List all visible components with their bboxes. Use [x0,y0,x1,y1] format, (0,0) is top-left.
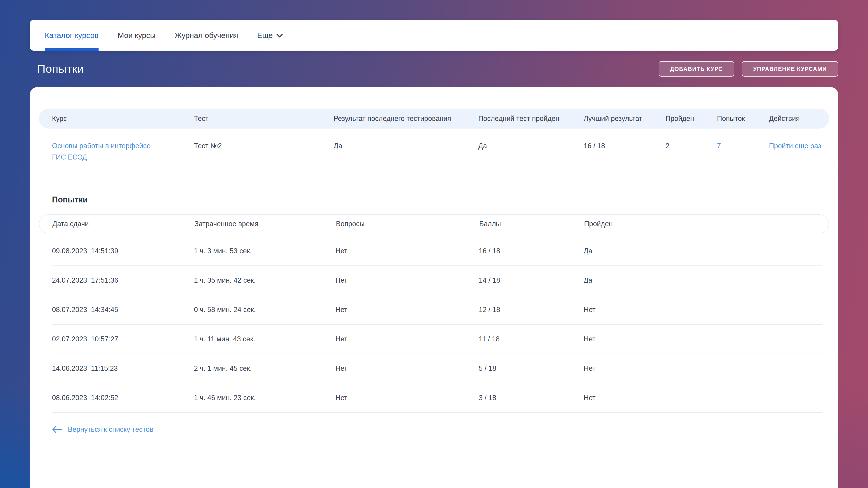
cell-best-result: 16 / 18 [584,140,665,152]
header-actions: ДОБАВИТЬ КУРС УПРАВЛЕНИЕ КУРСАМИ [659,61,838,76]
retake-test-link[interactable]: Пройти еще раз [769,142,821,150]
manage-courses-button[interactable]: УПРАВЛЕНИЕ КУРСАМИ [742,61,838,76]
cell-score: 3 / 18 [479,394,584,402]
cell-time: 2 ч. 1 мин. 45 сек. [194,364,336,372]
column-passed: Пройден [584,220,829,228]
cell-date: 14.06.2023 11:15:23 [52,364,194,372]
cell-passed-count: 2 [665,140,717,152]
column-actions: Действия [769,115,829,123]
cell-test: Тест №2 [194,140,334,152]
course-link[interactable]: Основы работы в интерфейсе ГИС ЕСЭД [52,140,160,163]
cell-date: 24.07.2023 17:51:36 [52,276,194,285]
column-test: Тест [194,115,334,123]
cell-time: 1 ч. 35 мин. 42 сек. [194,276,336,285]
table-row: 02.07.2023 10:57:27 1 ч. 11 мин. 43 сек.… [39,325,829,354]
chevron-down-icon [276,34,283,38]
tab-label: Мои курсы [118,31,156,40]
cell-questions: Нет [336,364,479,372]
cell-score: 12 / 18 [479,306,584,314]
column-score: Баллы [479,220,584,228]
attempts-count-link[interactable]: 7 [717,142,721,150]
arrow-left-icon [52,426,62,433]
cell-score: 5 / 18 [479,364,584,372]
column-best-result: Лучший результат [584,115,665,123]
tab-label: Еще [257,31,273,40]
cell-last-result: Да [334,140,478,152]
tab-my-courses[interactable]: Мои курсы [118,20,156,51]
column-course: Курс [52,115,194,123]
cell-passed: Нет [584,364,829,372]
cell-score: 14 / 18 [479,276,584,285]
row-divider [52,412,822,413]
cell-questions: Нет [336,276,479,285]
back-link-label: Вернуться к списку тестов [68,425,153,433]
column-date: Дата сдачи [53,220,194,228]
cell-time: 0 ч. 58 мин. 24 сек. [194,306,336,314]
table-row: 08.07.2023 14:34:45 0 ч. 58 мин. 24 сек.… [39,295,829,324]
tab-label: Каталог курсов [45,31,98,40]
cell-date: 02.07.2023 10:57:27 [52,335,194,343]
table-row: 08.06.2023 14:02:52 1 ч. 46 мин. 23 сек.… [39,383,829,412]
attempts-table-header: Дата сдачи Затраченное время Вопросы Бал… [39,215,829,233]
cell-passed: Нет [584,306,829,314]
content-card: Курс Тест Результат последнего тестирова… [30,87,838,488]
cell-time: 1 ч. 46 мин. 23 сек. [194,394,336,402]
cell-passed: Нет [584,394,829,402]
cell-score: 11 / 18 [479,335,584,343]
page-header: Попытки ДОБАВИТЬ КУРС УПРАВЛЕНИЕ КУРСАМИ [30,51,838,87]
cell-time: 1 ч. 11 мин. 43 сек. [194,335,336,343]
table-row: 24.07.2023 17:51:36 1 ч. 35 мин. 42 сек.… [39,266,829,295]
cell-passed: Да [584,276,829,285]
page-title: Попытки [37,62,84,75]
cell-questions: Нет [336,306,479,314]
summary-table-header: Курс Тест Результат последнего тестирова… [39,109,829,129]
cell-score: 16 / 18 [479,247,584,255]
column-attempts: Попыток [717,115,769,123]
cell-questions: Нет [336,247,479,255]
tab-more-dropdown[interactable]: Еще [257,20,283,51]
column-questions: Вопросы [336,220,479,228]
table-row: 14.06.2023 11:15:23 2 ч. 1 мин. 45 сек. … [39,354,829,383]
cell-last-passed: Да [478,140,584,152]
column-last-passed: Последний тест пройден [478,115,584,123]
column-time-spent: Затраченное время [194,220,336,228]
tab-training-journal[interactable]: Журнал обучения [175,20,238,51]
column-passed: Пройден [665,115,717,123]
cell-time: 1 ч. 3 мин. 53 сек. [194,247,336,255]
cell-date: 08.07.2023 14:34:45 [52,306,194,314]
back-to-tests-link[interactable]: Вернуться к списку тестов [52,425,153,433]
tab-label: Журнал обучения [175,31,238,40]
top-nav: Каталог курсов Мои курсы Журнал обучения… [30,20,838,51]
attempts-section-title: Попытки [52,195,829,204]
attempts-table-body: 09.08.2023 14:51:39 1 ч. 3 мин. 53 сек. … [39,236,829,413]
table-row: 09.08.2023 14:51:39 1 ч. 3 мин. 53 сек. … [39,236,829,265]
column-last-result: Результат последнего тестирования [334,115,478,123]
cell-date: 08.06.2023 14:02:52 [52,394,194,402]
tab-course-catalog[interactable]: Каталог курсов [45,20,98,51]
cell-passed: Да [584,247,829,255]
cell-questions: Нет [336,394,479,402]
cell-passed: Нет [584,335,829,343]
summary-table-row: Основы работы в интерфейсе ГИС ЕСЭД Тест… [39,129,829,173]
cell-date: 09.08.2023 14:51:39 [52,247,194,255]
row-divider [52,173,822,173]
cell-questions: Нет [336,335,479,343]
add-course-button[interactable]: ДОБАВИТЬ КУРС [659,61,734,76]
